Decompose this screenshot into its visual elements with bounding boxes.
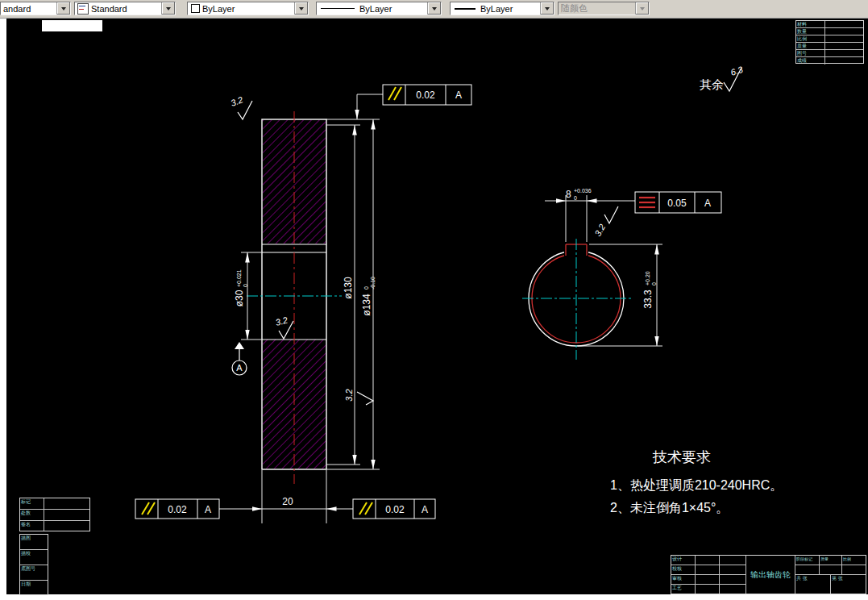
rev-cell <box>44 498 89 510</box>
tech-req-line1: 1、热处理调质210-240HRC。 <box>610 478 783 492</box>
key-width-lower: 0 <box>574 195 577 201</box>
tol-br-datum: A <box>422 504 428 515</box>
linetype-value: ByLayer <box>355 4 427 14</box>
stage-label: 阶段标记 <box>795 556 820 565</box>
scale-value <box>842 565 866 575</box>
chevron-down-icon <box>432 7 437 10</box>
chevron-down-icon <box>640 7 645 10</box>
finish-top-value: 3.2 <box>230 94 244 108</box>
key-depth-lower: 0 <box>651 282 657 285</box>
datum-letter: A <box>236 363 243 373</box>
tol-br-value: 0.02 <box>385 504 405 515</box>
key-depth-upper: +0.20 <box>645 271 650 285</box>
corner-cell <box>825 21 863 28</box>
tol-top-datum: A <box>455 90 462 101</box>
tolerance-frame-bottom-right: 0.02 A <box>353 499 435 519</box>
sheet-bottom-border <box>0 594 868 600</box>
dim-style-combo[interactable]: andard <box>0 2 71 15</box>
finish-symbol-od: 3.2 <box>344 389 373 405</box>
sign-label: 校核 <box>671 565 696 575</box>
plot-style-combo: 随颜色 <box>558 2 650 15</box>
revision-table: 标记 处数 签名 <box>19 498 90 531</box>
bore-end-view <box>522 236 632 360</box>
general-finish-note: 其余 6.3 <box>700 64 745 91</box>
tracing-table: 描图 描校 底图号 日期 <box>19 534 48 595</box>
corner-info-table: 材料 数量 比例 质量 图号 成绩 <box>795 20 864 64</box>
text-style-combo[interactable]: Standard <box>74 2 176 15</box>
corner-cell <box>825 35 863 43</box>
corner-cell <box>825 43 863 50</box>
title-block: 设计 校核 审核 工艺 输出轴齿轮 阶段标记 质量 比例 共 张 第 张 <box>671 555 866 594</box>
linetype-dropdown-button[interactable] <box>427 2 441 15</box>
title-block-signatures: 设计 校核 审核 工艺 <box>671 556 746 594</box>
sign-cell <box>696 565 720 575</box>
corner-cell <box>825 57 863 65</box>
corner-cell <box>825 28 863 35</box>
sheet-label: 第 张 <box>831 575 866 594</box>
rev-label: 处数 <box>20 510 44 521</box>
bore-tol-upper: +0.021 <box>236 269 242 287</box>
sheet-left-border <box>0 18 6 600</box>
sign-cell <box>696 585 720 594</box>
canvas-text-box <box>42 20 102 31</box>
lineweight-combo[interactable]: ByLayer <box>450 2 554 15</box>
sheets-label: 共 张 <box>795 575 831 594</box>
tolerance-frame-top: 0.02 A <box>383 85 471 105</box>
sign-cell <box>720 585 745 594</box>
sign-cell <box>696 575 720 585</box>
finish-bore-value: 3.2 <box>274 315 289 327</box>
sign-cell <box>696 556 720 565</box>
color-dropdown-button[interactable] <box>294 2 308 15</box>
sign-cell <box>720 556 745 565</box>
endview-dimensions <box>545 195 662 346</box>
stage-value <box>795 565 820 575</box>
rev-label: 标记 <box>20 498 44 510</box>
pitch-dia-text: ø130 <box>343 277 354 299</box>
trace-label: 底图号 <box>20 565 48 581</box>
lineweight-sample <box>455 8 476 10</box>
tol-bl-value: 0.02 <box>168 504 187 515</box>
datum-feature: A <box>232 342 247 375</box>
color-swatch <box>191 4 200 13</box>
tolerance-frame-symmetry: 0.05 A <box>635 192 721 213</box>
bore-dia-text: ø30 <box>234 290 245 306</box>
dim-style-dropdown-button[interactable] <box>56 2 70 15</box>
chevron-down-icon <box>299 7 304 10</box>
technical-requirements: 技术要求 1、热处理调质210-240HRC。 2、未注倒角1×45°。 <box>610 449 783 515</box>
symmetry-icon <box>639 198 655 207</box>
key-depth-text: 33.3 <box>642 290 654 309</box>
lineweight-value: ByLayer <box>476 4 540 14</box>
finish-keyway-value: 3.2 <box>592 223 607 238</box>
mass-label: 质量 <box>820 556 842 565</box>
plot-style-dropdown-button <box>635 2 649 15</box>
rev-label: 签名 <box>20 521 44 531</box>
corner-cell: 质量 <box>796 43 825 50</box>
corner-cell: 材料 <box>796 21 825 28</box>
sign-label: 工艺 <box>671 585 696 594</box>
finish-od-value: 3.2 <box>344 389 354 401</box>
general-finish-label: 其余 <box>700 77 724 91</box>
tech-req-title: 技术要求 <box>652 449 711 465</box>
corner-cell: 图号 <box>796 50 825 57</box>
lineweight-dropdown-button[interactable] <box>540 2 554 15</box>
text-style-dropdown-button[interactable] <box>161 2 175 15</box>
drawing-area[interactable]: ø130 ø134 0 -0.10 ø30 +0.021 0 20 3.2 3.… <box>0 0 868 600</box>
chevron-down-icon <box>61 7 66 10</box>
mass-value <box>820 565 842 575</box>
part-name: 输出轴齿轮 <box>746 556 795 594</box>
corner-cell: 成绩 <box>796 57 825 65</box>
color-value: ByLayer <box>200 4 294 14</box>
linetype-combo[interactable]: ByLayer <box>316 2 442 15</box>
dim-style-value: andard <box>1 4 56 14</box>
trace-label: 日期 <box>20 581 48 594</box>
od-tol-upper: 0 <box>363 286 369 290</box>
sign-label: 设计 <box>671 556 696 565</box>
trace-label: 描校 <box>20 550 48 565</box>
datum-triangle <box>235 342 244 349</box>
properties-toolbar: andard Standard ByLayer ByLayer ByLayer … <box>0 0 868 19</box>
tolerance-frame-bottom-left: 0.02 A <box>135 499 219 519</box>
title-block-partname-cell: 输出轴齿轮 <box>746 556 795 594</box>
corner-cell: 比例 <box>796 35 825 43</box>
color-combo[interactable]: ByLayer <box>187 2 309 15</box>
gear-section-view <box>247 111 342 484</box>
